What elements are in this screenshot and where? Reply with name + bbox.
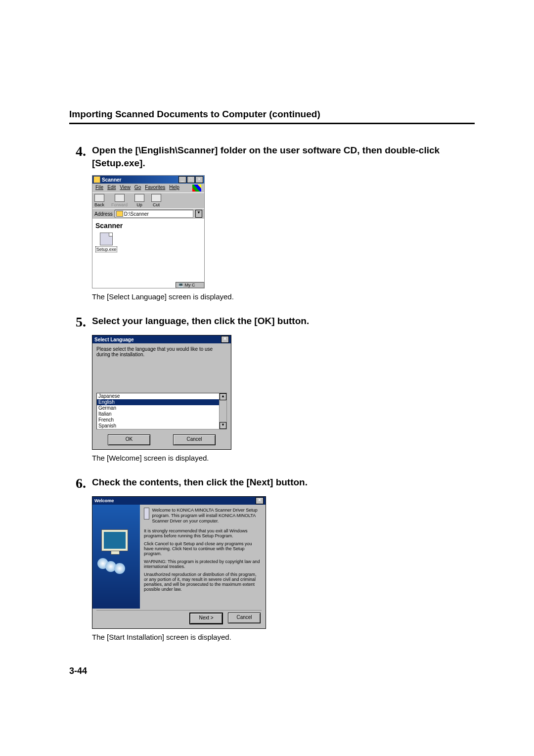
cut-button[interactable]: Cut bbox=[151, 194, 161, 207]
step-number-4: 4. bbox=[69, 144, 86, 159]
cancel-button[interactable]: Cancel bbox=[228, 613, 261, 623]
windows-logo-icon bbox=[192, 185, 201, 191]
step-title-4: Open the [\English\Scanner] folder on th… bbox=[92, 144, 475, 169]
page-header: Importing Scanned Documents to Computer … bbox=[69, 109, 475, 124]
step-title-6: Check the contents, then click the [Next… bbox=[92, 476, 308, 489]
lang-option-french[interactable]: French bbox=[97, 417, 226, 423]
explorer-titlebar: Scanner _ □ × bbox=[92, 176, 204, 184]
dialog-prompt: Please select the language that you woul… bbox=[96, 346, 227, 357]
step6-note: The [Start Installation] screen is displ… bbox=[92, 633, 475, 641]
welcome-text-area: Welcome to KONICA MINOLTA Scanner Driver… bbox=[140, 505, 266, 609]
dialog-title: Select Language bbox=[94, 337, 134, 342]
folder-icon bbox=[93, 176, 100, 183]
welcome-dialog: Welcome × Wel bbox=[92, 496, 266, 629]
back-button[interactable]: Back bbox=[94, 194, 104, 207]
menu-go[interactable]: Go bbox=[134, 185, 141, 191]
maximize-button[interactable]: □ bbox=[187, 176, 195, 183]
page-number: 3-44 bbox=[69, 666, 475, 676]
close-button[interactable]: × bbox=[195, 176, 203, 183]
step5-note: The [Welcome] screen is displayed. bbox=[92, 454, 475, 462]
step-number-6: 6. bbox=[69, 476, 86, 491]
lang-option-spanish[interactable]: Spanish bbox=[97, 423, 226, 429]
minimize-button[interactable]: _ bbox=[178, 176, 186, 183]
up-button[interactable]: Up bbox=[134, 194, 144, 207]
setup-file-icon bbox=[100, 233, 113, 245]
scroll-up-icon[interactable]: ▲ bbox=[220, 393, 226, 400]
disc-icon bbox=[114, 563, 125, 574]
welcome-sidebar-graphic bbox=[92, 505, 140, 609]
address-bar: Address D:\Scanner ▼ bbox=[92, 208, 204, 219]
status-bar: 💻 My C bbox=[176, 282, 204, 288]
separator bbox=[96, 610, 262, 611]
up-folder-icon bbox=[134, 194, 144, 202]
close-button[interactable]: × bbox=[221, 336, 229, 343]
language-listbox[interactable]: Japanese English German Italian French S… bbox=[96, 393, 227, 429]
next-button[interactable]: Next > bbox=[189, 613, 223, 624]
dialog-title: Welcome bbox=[94, 498, 114, 503]
dialog-titlebar: Welcome × bbox=[92, 497, 266, 505]
menu-view[interactable]: View bbox=[120, 185, 131, 191]
forward-button: Forward bbox=[111, 194, 128, 207]
welcome-p4: Unauthorized reproduction or distributio… bbox=[144, 572, 261, 592]
step-title-5: Select your language, then click the [OK… bbox=[92, 315, 309, 328]
cancel-button[interactable]: Cancel bbox=[173, 434, 216, 445]
scissors-icon bbox=[151, 194, 161, 202]
scroll-down-icon[interactable]: ▼ bbox=[220, 422, 226, 429]
step-number-5: 5. bbox=[69, 315, 86, 330]
scrollbar[interactable]: ▲ ▼ bbox=[219, 393, 226, 429]
dialog-titlebar: Select Language × bbox=[92, 335, 231, 343]
welcome-p1: It is strongly recommended that you exit… bbox=[144, 528, 261, 538]
back-label: Back bbox=[94, 202, 104, 207]
lang-option-italian[interactable]: Italian bbox=[97, 411, 226, 417]
address-label: Address bbox=[94, 211, 113, 217]
lang-option-japanese[interactable]: Japanese bbox=[97, 393, 226, 399]
address-value: D:\Scanner bbox=[124, 211, 149, 217]
welcome-p3: WARNING: This program is protected by co… bbox=[144, 559, 261, 569]
monitor-icon bbox=[101, 529, 128, 551]
address-field[interactable]: D:\Scanner bbox=[115, 210, 193, 218]
setup-file-icon bbox=[144, 508, 149, 520]
ok-button[interactable]: OK bbox=[108, 434, 150, 445]
close-button[interactable]: × bbox=[256, 497, 264, 504]
select-language-dialog: Select Language × Please select the lang… bbox=[92, 335, 231, 450]
menu-edit[interactable]: Edit bbox=[107, 185, 116, 191]
explorer-body: Scanner Setup.exe bbox=[92, 219, 204, 288]
menu-help[interactable]: Help bbox=[169, 185, 179, 191]
lang-option-english[interactable]: English bbox=[97, 399, 226, 405]
back-arrow-icon bbox=[94, 194, 104, 202]
folder-icon bbox=[116, 211, 123, 217]
welcome-p2: Click Cancel to quit Setup and close any… bbox=[144, 541, 261, 556]
address-dropdown[interactable]: ▼ bbox=[195, 210, 202, 218]
forward-label: Forward bbox=[111, 202, 128, 207]
lang-option-german[interactable]: German bbox=[97, 405, 226, 411]
welcome-head-text: Welcome to KONICA MINOLTA Scanner Driver… bbox=[152, 508, 261, 524]
toolbar: Back Forward Up Cut bbox=[92, 192, 204, 208]
explorer-title: Scanner bbox=[102, 177, 178, 183]
forward-arrow-icon bbox=[115, 194, 125, 202]
menubar: File Edit View Go Favorites Help bbox=[92, 184, 204, 192]
folder-heading: Scanner bbox=[95, 222, 201, 230]
menu-favorites[interactable]: Favorites bbox=[145, 185, 165, 191]
cut-label: Cut bbox=[153, 202, 160, 207]
menu-file[interactable]: File bbox=[95, 185, 103, 191]
file-setup-exe[interactable]: Setup.exe bbox=[95, 233, 117, 252]
up-label: Up bbox=[136, 202, 142, 207]
file-label: Setup.exe bbox=[95, 246, 117, 252]
step4-note: The [Select Language] screen is displaye… bbox=[92, 292, 475, 301]
explorer-window: Scanner _ □ × File Edit View Go Favorite… bbox=[92, 175, 205, 288]
